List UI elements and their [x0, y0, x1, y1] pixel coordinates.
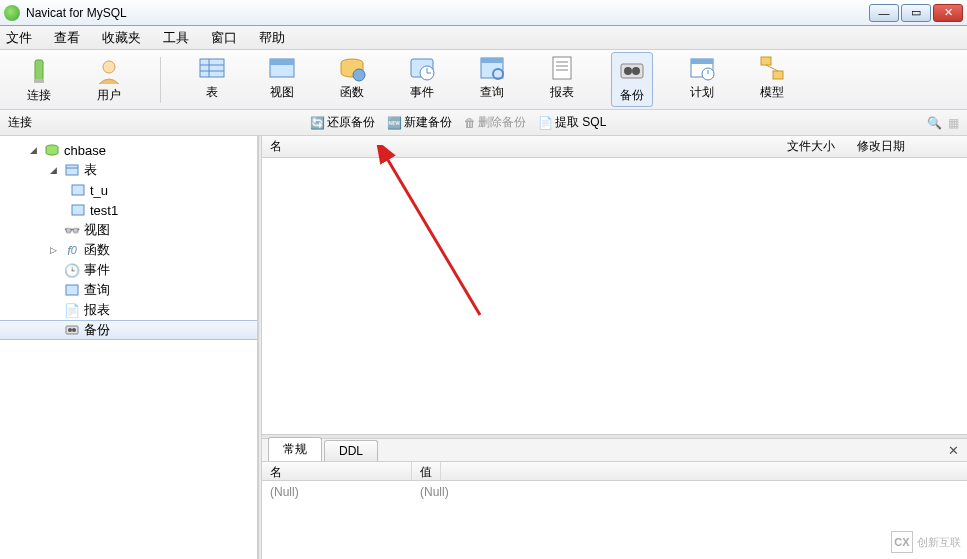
- search-icon[interactable]: 🔍: [927, 116, 942, 130]
- content-area: 名 文件大小 修改日期 常规 DDL ✕ 名 值 (Null) (Null): [262, 136, 967, 559]
- delete-backup-button[interactable]: 🗑 删除备份: [464, 114, 526, 131]
- svg-rect-36: [72, 205, 84, 215]
- toolbar-report[interactable]: 报表: [541, 52, 583, 107]
- toolbar: 连接 用户 表 视图 函数 事件 查询: [0, 50, 967, 110]
- titlebar: Navicat for MySQL — ▭ ✕: [0, 0, 967, 26]
- expander-icon[interactable]: ◢: [30, 145, 40, 155]
- list-header: 名 文件大小 修改日期: [262, 136, 967, 158]
- toolbar-schedule[interactable]: 计划: [681, 52, 723, 107]
- tab-general[interactable]: 常规: [268, 437, 322, 461]
- column-filesize[interactable]: 文件大小: [787, 138, 857, 155]
- connection-tree: ◢ chbase ◢ 表 t_u test1 👓 视图: [0, 136, 258, 559]
- svg-rect-3: [200, 59, 224, 77]
- detail-tabs: 常规 DDL ✕: [262, 439, 967, 461]
- svg-rect-0: [35, 60, 43, 80]
- new-backup-button[interactable]: 🆕 新建备份: [387, 114, 452, 131]
- grid-view-icon[interactable]: ▦: [948, 116, 959, 130]
- tree-events[interactable]: 🕒 事件: [0, 260, 257, 280]
- database-icon: [44, 143, 60, 157]
- menu-favorites[interactable]: 收藏夹: [102, 29, 141, 47]
- toolbar-event[interactable]: 事件: [401, 52, 443, 107]
- svg-rect-8: [270, 59, 294, 65]
- tree-table-test1[interactable]: test1: [0, 200, 257, 220]
- functions-icon: f0: [64, 243, 80, 257]
- table-icon: [196, 52, 228, 84]
- sub-toolbar: 连接 🔄 还原备份 🆕 新建备份 🗑 删除备份 📄 提取 SQL 🔍 ▦: [0, 110, 967, 136]
- tree-queries[interactable]: 查询: [0, 280, 257, 300]
- tree-reports[interactable]: 📄 报表: [0, 300, 257, 320]
- main-area: ◢ chbase ◢ 表 t_u test1 👓 视图: [0, 136, 967, 559]
- detail-panel: 常规 DDL ✕ 名 值 (Null) (Null): [262, 439, 967, 559]
- tree-functions[interactable]: ▷ f0 函数: [0, 240, 257, 260]
- column-name[interactable]: 名: [270, 138, 787, 155]
- property-col-name[interactable]: 名: [262, 462, 412, 480]
- views-icon: 👓: [64, 223, 80, 237]
- expander-icon[interactable]: ▷: [50, 245, 60, 255]
- tree-backup[interactable]: 备份: [0, 320, 257, 340]
- window-controls: — ▭ ✕: [869, 4, 963, 22]
- backup-icon: [616, 55, 648, 87]
- backup-list[interactable]: [262, 158, 967, 434]
- svg-point-2: [103, 61, 115, 73]
- svg-rect-29: [761, 57, 771, 65]
- toolbar-separator: [160, 57, 161, 103]
- table-icon: [70, 203, 86, 217]
- toolbar-backup[interactable]: 备份: [611, 52, 653, 107]
- panel-close-icon[interactable]: ✕: [948, 443, 959, 458]
- new-icon: 🆕: [387, 116, 402, 130]
- tab-ddl[interactable]: DDL: [324, 440, 378, 461]
- svg-rect-35: [72, 185, 84, 195]
- svg-rect-37: [66, 285, 78, 295]
- menu-file[interactable]: 文件: [6, 29, 32, 47]
- toolbar-connect[interactable]: 连接: [18, 55, 60, 104]
- toolbar-user[interactable]: 用户: [88, 55, 130, 104]
- menubar: 文件 查看 收藏夹 工具 窗口 帮助: [0, 26, 967, 50]
- tree-table-t-u[interactable]: t_u: [0, 180, 257, 200]
- model-icon: [756, 52, 788, 84]
- svg-point-23: [624, 67, 632, 75]
- window-title: Navicat for MySQL: [26, 6, 127, 20]
- extract-sql-button[interactable]: 📄 提取 SQL: [538, 114, 606, 131]
- menu-tools[interactable]: 工具: [163, 29, 189, 47]
- watermark-text: 创新互联: [917, 535, 961, 550]
- app-icon: [4, 5, 20, 21]
- svg-rect-1: [34, 79, 44, 83]
- view-icon: [266, 52, 298, 84]
- toolbar-query[interactable]: 查询: [471, 52, 513, 107]
- restore-backup-button[interactable]: 🔄 还原备份: [310, 114, 375, 131]
- close-button[interactable]: ✕: [933, 4, 963, 22]
- restore-icon: 🔄: [310, 116, 325, 130]
- svg-rect-16: [481, 58, 503, 63]
- toolbar-view[interactable]: 视图: [261, 52, 303, 107]
- svg-line-31: [766, 65, 778, 71]
- toolbar-model[interactable]: 模型: [751, 52, 793, 107]
- tree-views[interactable]: 👓 视图: [0, 220, 257, 240]
- delete-icon: 🗑: [464, 116, 476, 130]
- svg-rect-26: [691, 59, 713, 64]
- queries-icon: [64, 283, 80, 297]
- tables-icon: [64, 163, 80, 177]
- menu-view[interactable]: 查看: [54, 29, 80, 47]
- tree-database[interactable]: ◢ chbase: [0, 140, 257, 160]
- maximize-button[interactable]: ▭: [901, 4, 931, 22]
- connection-label: 连接: [0, 114, 40, 131]
- toolbar-function[interactable]: 函数: [331, 52, 373, 107]
- watermark: CX 创新互联: [891, 531, 961, 553]
- report-icon: [546, 52, 578, 84]
- menu-window[interactable]: 窗口: [211, 29, 237, 47]
- svg-point-40: [72, 328, 76, 332]
- schedule-icon: [686, 52, 718, 84]
- svg-rect-18: [553, 57, 571, 79]
- expander-icon[interactable]: ◢: [50, 165, 60, 175]
- reports-icon: 📄: [64, 303, 80, 317]
- menu-help[interactable]: 帮助: [259, 29, 285, 47]
- column-modified[interactable]: 修改日期: [857, 138, 967, 155]
- property-name-cell: (Null): [262, 481, 412, 559]
- property-col-value[interactable]: 值: [412, 462, 441, 480]
- toolbar-table[interactable]: 表: [191, 52, 233, 107]
- svg-point-39: [68, 328, 72, 332]
- tree-tables-folder[interactable]: ◢ 表: [0, 160, 257, 180]
- table-icon: [70, 183, 86, 197]
- minimize-button[interactable]: —: [869, 4, 899, 22]
- function-icon: [336, 52, 368, 84]
